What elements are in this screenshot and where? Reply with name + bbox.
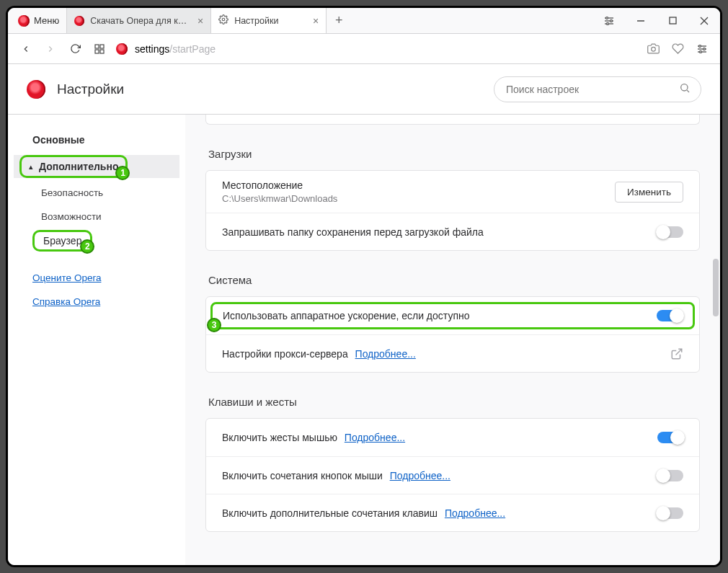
external-link-icon <box>670 347 683 360</box>
sidebar-item-basic[interactable]: Основные <box>8 128 185 152</box>
opera-menu-button[interactable]: Меню <box>8 8 67 33</box>
gear-icon <box>218 14 228 27</box>
sidebar-link-rate[interactable]: Оцените Opera <box>8 266 185 290</box>
opera-icon <box>18 15 30 27</box>
mouse-gestures-toggle[interactable] <box>657 432 683 443</box>
download-location-row: Местоположение C:\Users\kmwar\Downloads … <box>206 171 699 213</box>
scrollbar-thumb[interactable] <box>713 259 719 316</box>
row-label: Настройки прокси-сервера <box>222 348 348 360</box>
extra-shortcuts-row[interactable]: Включить дополнительные сочетания клавиш… <box>206 494 699 531</box>
sidebar-link-help[interactable]: Справка Opera <box>8 290 185 314</box>
close-icon[interactable]: × <box>197 15 203 27</box>
maximize-button[interactable] <box>657 8 688 33</box>
minimize-button[interactable] <box>625 8 657 33</box>
address-bar[interactable]: settings/startPage <box>116 43 636 55</box>
page-title: Настройки <box>57 81 124 97</box>
svg-rect-8 <box>670 17 676 24</box>
close-icon[interactable]: × <box>313 15 319 27</box>
svg-line-23 <box>687 90 689 92</box>
sidebar-item-security[interactable]: Безопасность <box>8 181 185 205</box>
gestures-card: Включить жесты мышью Подробнее... Включи… <box>205 418 700 532</box>
row-label: Запрашивать папку сохранения перед загру… <box>222 226 650 238</box>
svg-line-24 <box>676 349 682 355</box>
change-location-button[interactable]: Изменить <box>615 182 683 203</box>
svg-point-5 <box>611 19 613 22</box>
previous-section-stub <box>205 115 700 125</box>
section-title-gestures: Клавиши и жесты <box>208 396 697 408</box>
sidebar-item-features[interactable]: Возможности <box>8 205 185 228</box>
svg-point-4 <box>606 17 608 19</box>
hw-accel-row[interactable]: Использовать аппаратное ускорение, если … <box>206 297 699 334</box>
learn-more-link[interactable]: Подробнее... <box>355 348 416 360</box>
settings-content: Загрузки Местоположение C:\Users\kmwar\D… <box>185 115 720 565</box>
search-input[interactable] <box>505 83 673 96</box>
toolbar: settings/startPage <box>8 34 720 64</box>
menu-label: Меню <box>34 15 59 26</box>
forward-button[interactable] <box>43 41 58 57</box>
chevron-up-icon: ▴ <box>29 162 33 172</box>
url-path: /startPage <box>169 43 216 55</box>
svg-point-20 <box>703 48 706 50</box>
sidebar-item-advanced[interactable]: ▴ Дополнительно 1 <box>19 155 128 178</box>
sidebar-item-label: Браузер <box>43 235 81 246</box>
tab-settings[interactable]: Настройки × <box>211 8 327 33</box>
easy-setup-icon[interactable] <box>593 8 625 33</box>
callout-badge: 2 <box>80 239 94 254</box>
callout-badge: 1 <box>115 166 130 180</box>
tab-download-opera[interactable]: Скачать Опера для компьютера × <box>67 8 211 33</box>
proxy-settings-row[interactable]: Настройки прокси-сервера Подробнее... <box>206 334 699 372</box>
url-host: settings <box>135 43 169 55</box>
svg-rect-13 <box>95 50 99 53</box>
extra-shortcuts-toggle[interactable] <box>657 507 683 519</box>
download-location-label: Местоположение <box>222 179 608 191</box>
row-label: Использовать аппаратное ускорение, если … <box>223 310 657 321</box>
back-button[interactable] <box>18 41 34 57</box>
reload-button[interactable] <box>67 41 83 57</box>
system-card: Использовать аппаратное ускорение, если … <box>205 296 700 373</box>
new-tab-button[interactable]: + <box>327 8 351 33</box>
window-titlebar: Меню Скачать Опера для компьютера × Наст… <box>8 8 720 34</box>
svg-point-22 <box>681 84 688 90</box>
svg-point-0 <box>222 18 225 21</box>
hw-accel-toggle[interactable] <box>657 310 683 321</box>
sidebar-item-label: Дополнительно <box>39 161 118 172</box>
section-title-downloads: Загрузки <box>208 148 697 160</box>
opera-icon <box>27 80 45 99</box>
opera-icon <box>116 43 128 55</box>
settings-header: Настройки <box>8 64 720 115</box>
svg-point-21 <box>700 50 702 53</box>
svg-rect-12 <box>100 45 104 48</box>
svg-point-15 <box>651 47 655 51</box>
speed-dial-button[interactable] <box>92 41 107 57</box>
rocker-gestures-toggle[interactable] <box>657 470 683 481</box>
tab-title: Скачать Опера для компьютера <box>90 16 192 26</box>
svg-rect-11 <box>95 45 99 48</box>
svg-point-6 <box>607 22 609 25</box>
svg-point-19 <box>699 45 701 47</box>
learn-more-link[interactable]: Подробнее... <box>345 432 405 443</box>
sidebar-item-browser[interactable]: Браузер 2 <box>32 230 92 252</box>
learn-more-link[interactable]: Подробнее... <box>445 507 505 519</box>
learn-more-link[interactable]: Подробнее... <box>390 470 450 481</box>
search-icon <box>679 82 691 97</box>
rocker-gestures-row[interactable]: Включить сочетания кнопок мыши Подробнее… <box>206 456 699 494</box>
opera-icon <box>74 16 84 26</box>
mouse-gestures-row[interactable]: Включить жесты мышью Подробнее... <box>206 419 699 456</box>
tab-title: Настройки <box>234 16 307 26</box>
section-title-system: Система <box>208 274 697 286</box>
row-label: Включить дополнительные сочетания клавиш <box>222 507 438 519</box>
settings-search[interactable] <box>494 76 701 102</box>
downloads-card: Местоположение C:\Users\kmwar\Downloads … <box>205 170 700 251</box>
close-button[interactable] <box>688 8 720 33</box>
easy-setup-icon[interactable] <box>694 41 710 57</box>
sidebar: Основные ▴ Дополнительно 1 Безопасность … <box>8 115 185 565</box>
snapshot-icon[interactable] <box>645 41 661 57</box>
row-label: Включить сочетания кнопок мыши <box>222 470 383 481</box>
download-location-value: C:\Users\kmwar\Downloads <box>222 193 608 204</box>
window-controls <box>593 8 720 33</box>
heart-icon[interactable] <box>670 41 685 57</box>
row-label: Включить жесты мышью <box>222 432 337 443</box>
callout-badge: 3 <box>207 318 221 332</box>
ask-before-download-row[interactable]: Запрашивать папку сохранения перед загру… <box>206 213 699 250</box>
ask-before-download-toggle[interactable] <box>657 226 683 238</box>
